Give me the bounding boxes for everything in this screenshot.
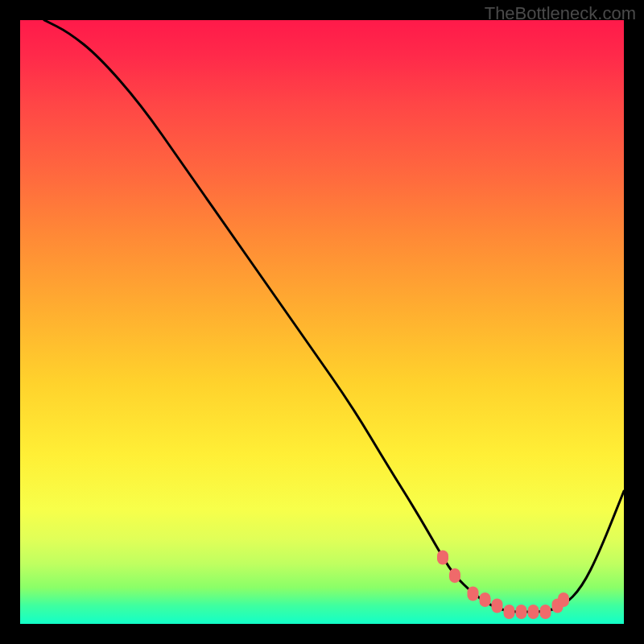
curve-layer [20, 20, 624, 624]
marker-dot [468, 587, 479, 601]
marker-dot [540, 605, 551, 619]
marker-dot [492, 599, 503, 613]
marker-dot [528, 605, 539, 619]
bottleneck-curve [44, 20, 624, 612]
marker-dot [480, 592, 491, 607]
watermark-text: TheBottleneck.com [485, 3, 636, 24]
marker-dot [558, 592, 569, 607]
marker-dot [437, 551, 448, 565]
chart-frame: TheBottleneck.com [0, 0, 644, 644]
plot-area [20, 20, 624, 624]
marker-dot [449, 568, 460, 583]
marker-dot [516, 605, 527, 619]
marker-dot [504, 605, 515, 619]
